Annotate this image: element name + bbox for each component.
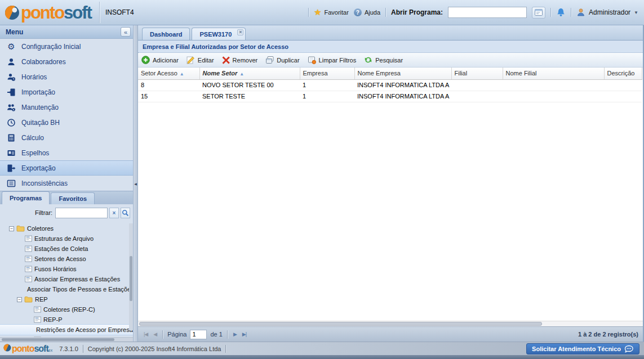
company-name: INSOFT4 [105, 8, 134, 16]
notifications-button[interactable] [556, 8, 566, 17]
filter-row: Filtrar: × [0, 204, 133, 221]
menu-item-colaboradores[interactable]: Colaboradores [0, 54, 133, 69]
menu-item-exportacao[interactable]: Exportação [0, 160, 133, 176]
help-button[interactable]: ? Ajuda [354, 8, 380, 16]
cell-empresa: 1 [300, 91, 354, 102]
tree-item-estacoes-de-coleta[interactable]: Estações de Coleta [0, 244, 133, 254]
tree-vertical-scrollbar[interactable] [129, 223, 133, 330]
page-of-label: de 1 [210, 331, 222, 338]
help-icon: ? [354, 8, 362, 16]
grid-horizontal-scrollbar[interactable] [138, 321, 643, 326]
data-grid: Setor Acesso▲ Nome Setor▲ Empresa Nome E… [138, 68, 643, 321]
table-row[interactable]: 15 SETOR TESTE 1 INSOFT4 INFORMATICA LTD… [138, 91, 642, 102]
collapse-node-icon[interactable]: − [9, 226, 14, 231]
sidebar: Menu « ⚙ Configuração Inicial Colaborado… [0, 25, 134, 342]
tree-item-restricoes-de-acesso[interactable]: Restrições de Acesso por Empresa e [0, 325, 133, 335]
tree-item-associar-tipos-de-pessoas-e-estacoes[interactable]: Associar Tipos de Pessoas e Estações [0, 284, 133, 294]
table-row[interactable]: 8 NOVO SETOR TESTE 00 1 INSOFT4 INFORMAT… [138, 79, 642, 91]
menu-item-horarios[interactable]: Horários [0, 69, 133, 84]
collapse-menu-button[interactable]: « [121, 27, 131, 37]
folder-icon [16, 225, 25, 232]
user-menu-button[interactable]: Administrador ▼ [576, 8, 638, 17]
menu-item-calculo[interactable]: Cálculo [0, 130, 133, 145]
menu-item-manutencao[interactable]: Manutenção [0, 100, 133, 115]
collapse-node-icon[interactable]: − [17, 297, 22, 302]
duplicar-button[interactable]: Duplicar [265, 56, 299, 64]
tab-psew3170[interactable]: PSEW3170 × [192, 28, 246, 40]
tree-item-rep[interactable]: − REP [0, 294, 133, 304]
tree-item-rep-p[interactable]: REP-P [0, 315, 133, 325]
next-page-button[interactable]: ▶ [232, 331, 238, 337]
user-name: Administrador [589, 8, 630, 16]
tree-horizontal-scrollbar[interactable] [0, 337, 133, 342]
page-label: Página [167, 331, 186, 338]
column-header-nome-setor[interactable]: Nome Setor▲ [199, 68, 300, 79]
column-header-nome-empresa[interactable]: Nome Empresa [354, 68, 451, 79]
scrollbar-thumb[interactable] [2, 338, 114, 341]
clear-filter-button[interactable]: × [109, 208, 119, 218]
header-divider [99, 2, 100, 23]
column-header-setor-acesso[interactable]: Setor Acesso▲ [138, 68, 199, 79]
pagination-bar: |◀ ◀ Página de 1 ▶ ▶| 1 à 2 de 2 registr… [138, 326, 643, 342]
program-list-button[interactable] [532, 7, 545, 19]
sort-asc-icon: ▲ [239, 71, 244, 77]
menu-item-importacao[interactable]: Importação [0, 84, 133, 100]
star-icon: ★ [314, 7, 321, 17]
form-icon [25, 245, 32, 252]
search-filter-button[interactable] [121, 208, 130, 218]
pesquisar-button[interactable]: Pesquisar [364, 56, 403, 64]
table-header-row: Setor Acesso▲ Nome Setor▲ Empresa Nome E… [138, 68, 642, 79]
column-header-filial[interactable]: Filial [451, 68, 503, 79]
support-button[interactable]: Solicitar Atendimento Técnico [526, 343, 639, 354]
menu-item-espelhos[interactable]: Espelhos [0, 145, 133, 160]
footer-logo: pontosoft ex [3, 344, 52, 353]
remover-button[interactable]: Remover [222, 56, 258, 64]
tab-dashboard[interactable]: Dashboard [142, 28, 190, 40]
user-icon [576, 8, 585, 17]
tree-item-associar-empresas-e-estacoes[interactable]: Associar Empresas e Estações [0, 274, 133, 284]
scrollbar-thumb[interactable] [139, 322, 542, 326]
cell-nome-empresa: INSOFT4 INFORMATICA LTDA A [354, 91, 451, 102]
previous-page-button[interactable]: ◀ [152, 331, 158, 337]
tree-item-setores-de-acesso[interactable]: Setores de Acesso [0, 254, 133, 264]
sort-asc-icon: ▲ [180, 71, 184, 77]
menu-item-configuracao-inicial[interactable]: ⚙ Configuração Inicial [0, 39, 133, 54]
filter-input[interactable] [55, 208, 108, 218]
limpar-filtros-button[interactable]: Limpar Filtros [308, 56, 357, 64]
logo-sphere-icon [5, 5, 20, 20]
folder-icon [24, 296, 33, 303]
tree-item-coletores-rep-c[interactable]: Coletores (REP-C) [0, 304, 133, 315]
app-window: pontosoft INSOFT4 ★ Favoritar ? Ajuda Ab… [0, 0, 644, 359]
close-tab-icon[interactable]: × [237, 29, 243, 35]
adicionar-button[interactable]: Adicionar [141, 56, 179, 64]
gears-icon: ⚙ [6, 42, 16, 51]
tree-item-fusos-horarios[interactable]: Fusos Horários [0, 264, 133, 274]
editar-button[interactable]: Editar [186, 56, 214, 64]
sidebar-splitter[interactable]: ◀ [134, 25, 138, 342]
tab-favoritos[interactable]: Favoritos [51, 192, 95, 204]
bell-icon [556, 8, 566, 17]
tree-item-estruturas-de-arquivo[interactable]: Estruturas de Arquivo [0, 234, 133, 244]
tree-item-coletores[interactable]: − Coletores [0, 223, 133, 234]
page-input[interactable] [190, 330, 207, 339]
open-program-input[interactable] [448, 7, 527, 18]
last-page-button[interactable]: ▶| [241, 331, 247, 337]
scrollbar-thumb[interactable] [130, 256, 132, 301]
clear-icon: × [113, 210, 116, 216]
column-header-descricao[interactable]: Descrição [604, 68, 642, 79]
bottom-edge [0, 355, 644, 359]
cell-empresa: 1 [300, 79, 354, 91]
search-icon [122, 209, 129, 217]
cell-setor-acesso: 15 [138, 91, 199, 102]
column-header-empresa[interactable]: Empresa [300, 68, 354, 79]
form-icon [34, 316, 41, 323]
program-tree: − Coletores Estruturas de Arquivo Estaçõ… [0, 221, 133, 337]
menu-item-quitacao-bh[interactable]: Quitação BH [0, 115, 133, 130]
favorite-button[interactable]: ★ Favoritar [314, 7, 349, 17]
cell-nome-empresa: INSOFT4 INFORMATICA LTDA A [354, 79, 451, 91]
first-page-button[interactable]: |◀ [143, 331, 149, 337]
column-header-nome-filial[interactable]: Nome Filial [503, 68, 604, 79]
footer: pontosoft ex 7.3.1.0 Copyright (c) 2000-… [0, 342, 644, 355]
tab-programas[interactable]: Programas [2, 191, 50, 204]
menu-item-inconsistencias[interactable]: Inconsistências [0, 176, 133, 191]
